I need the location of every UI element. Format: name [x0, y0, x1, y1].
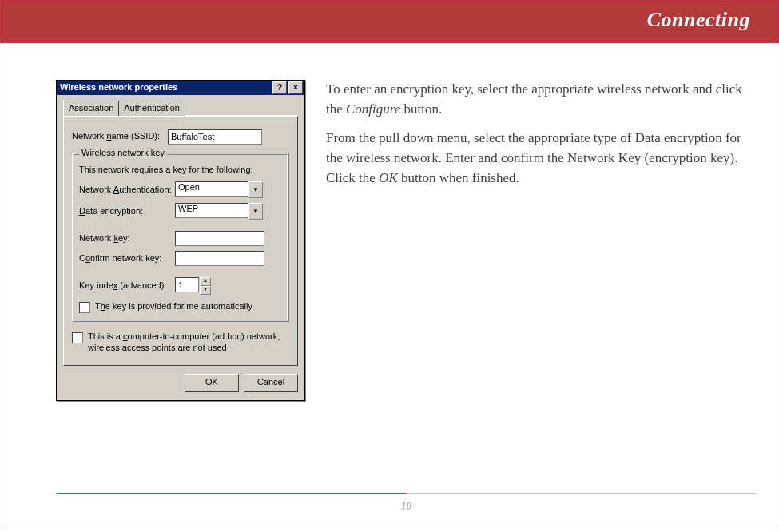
ssid-label: Network name (SSID):	[72, 131, 168, 142]
footer-rule	[56, 493, 757, 494]
dialog-titlebar[interactable]: Wireless network properties ? ×	[57, 81, 304, 95]
ssid-input[interactable]	[168, 129, 262, 145]
key-index-input[interactable]	[175, 277, 199, 292]
tab-authentication[interactable]: Authentication	[118, 101, 185, 116]
ok-button[interactable]: OK	[185, 374, 239, 392]
spin-down-icon[interactable]: ▼	[200, 286, 211, 295]
key-index-spinner[interactable]: ▲ ▼	[175, 277, 211, 295]
tab-strip: Association Authentication	[63, 100, 298, 116]
dialog-title: Wireless network properties	[60, 82, 177, 93]
tab-association[interactable]: Association	[63, 101, 119, 116]
adhoc-label: This is a computer-to-computer (ad hoc) …	[88, 332, 289, 354]
auto-key-label: The key is provided for me automatically	[95, 301, 252, 312]
page-footer: 10	[56, 486, 757, 513]
network-auth-value: Open	[175, 181, 248, 197]
confirm-key-label: Confirm network key:	[79, 253, 175, 264]
requires-key-text: This network requires a key for the foll…	[79, 165, 282, 176]
cancel-button[interactable]: Cancel	[244, 374, 298, 392]
wireless-properties-dialog: Wireless network properties ? × Associat…	[56, 80, 305, 401]
chevron-down-icon[interactable]: ▼	[248, 203, 263, 220]
data-encryption-combo[interactable]: WEP ▼	[175, 203, 263, 220]
network-key-input[interactable]	[175, 231, 264, 246]
page-number: 10	[56, 500, 757, 513]
data-encryption-value: WEP	[175, 203, 248, 218]
confirm-key-input[interactable]	[175, 251, 264, 266]
association-panel: Network name (SSID): Wireless network ke…	[63, 116, 298, 366]
network-auth-label: Network Authentication:	[79, 185, 175, 196]
adhoc-checkbox[interactable]	[72, 332, 83, 343]
paragraph-1: To enter an encryption key, select the a…	[326, 80, 757, 119]
close-icon: ×	[293, 83, 298, 93]
spin-up-icon[interactable]: ▲	[200, 277, 211, 286]
paragraph-2: From the pull down menu, select the appr…	[326, 129, 757, 188]
close-button[interactable]: ×	[288, 81, 303, 94]
chapter-title: Connecting	[647, 8, 750, 31]
key-index-label: Key index (advanced):	[79, 280, 175, 292]
network-auth-combo[interactable]: Open ▼	[175, 181, 263, 198]
group-legend: Wireless network key	[79, 148, 167, 159]
wireless-key-group: Wireless network key This network requir…	[72, 153, 289, 323]
auto-key-checkbox[interactable]	[79, 302, 90, 313]
network-key-label: Network key:	[79, 233, 175, 244]
data-encryption-label: Data encryption:	[79, 206, 175, 217]
chevron-down-icon[interactable]: ▼	[248, 181, 263, 198]
help-button[interactable]: ?	[272, 81, 287, 94]
instruction-text: To enter an encryption key, select the a…	[326, 80, 757, 401]
chapter-banner: Connecting	[0, 0, 779, 43]
